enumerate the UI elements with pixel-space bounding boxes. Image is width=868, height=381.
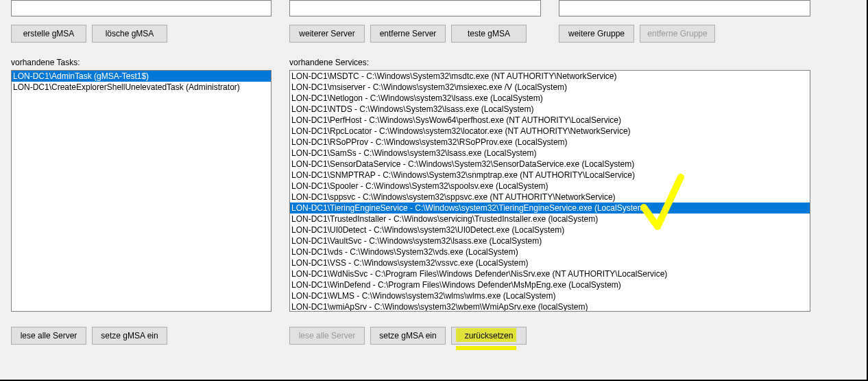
service-item[interactable]: LON-DC1\NTDS - C:\Windows\System32\lsass… — [290, 104, 810, 115]
highlight-reset-underline — [456, 346, 516, 350]
read-all-servers-button-mid: lese alle Server — [289, 327, 365, 345]
service-item[interactable]: LON-DC1\msiserver - C:\Windows\system32\… — [290, 82, 810, 93]
service-item[interactable]: LON-DC1\sppsvc - C:\Windows\system32\spp… — [290, 192, 810, 203]
add-server-button[interactable]: weiterer Server — [289, 25, 365, 43]
reset-button[interactable]: zurücksetzen — [451, 327, 527, 345]
service-item[interactable]: LON-DC1\Spooler - C:\Windows\System32\sp… — [290, 181, 810, 192]
server-combo[interactable] — [289, 0, 541, 16]
service-item[interactable]: LON-DC1\MSDTC - C:\Windows\System32\msdt… — [290, 71, 810, 82]
set-gmsa-button-left[interactable]: setze gMSA ein — [92, 327, 167, 345]
service-item[interactable]: LON-DC1\SNMPTRAP - C:\Windows\System32\s… — [290, 170, 810, 181]
existing-services-label: vorhandene Services: — [289, 58, 810, 67]
services-listbox[interactable]: LON-DC1\MSDTC - C:\Windows\System32\msdt… — [289, 70, 810, 312]
delete-gmsa-button[interactable]: lösche gMSA — [92, 25, 167, 43]
remove-server-button[interactable]: entferne Server — [370, 25, 446, 43]
existing-tasks-label: vorhandene Tasks: — [11, 58, 272, 67]
service-item[interactable]: LON-DC1\WinDefend - C:\Program Files\Win… — [290, 279, 810, 290]
service-item[interactable]: LON-DC1\RSoPProv - C:\Windows\system32\R… — [290, 137, 810, 148]
service-item[interactable]: LON-DC1\vds - C:\Windows\System32\vds.ex… — [290, 246, 810, 257]
service-item[interactable]: LON-DC1\WdNisSvc - C:\Program Files\Wind… — [290, 268, 810, 279]
read-all-servers-button-left[interactable]: lese alle Server — [11, 327, 86, 345]
service-item[interactable]: LON-DC1\SensorDataService - C:\Windows\S… — [290, 159, 810, 170]
service-item[interactable]: LON-DC1\TrustedInstaller - C:\Windows\se… — [290, 213, 810, 224]
tasks-listbox[interactable]: LON-DC1\AdminTask (gMSA-Test1$)LON-DC1\C… — [11, 70, 272, 312]
service-item[interactable]: LON-DC1\VaultSvc - C:\Windows\system32\l… — [290, 235, 810, 246]
service-item[interactable]: LON-DC1\wmiApSrv - C:\Windows\system32\w… — [290, 301, 810, 312]
task-item[interactable]: LON-DC1\AdminTask (gMSA-Test1$) — [12, 71, 271, 82]
set-gmsa-button-mid[interactable]: setze gMSA ein — [370, 327, 446, 345]
service-item[interactable]: LON-DC1\TieringEngineService - C:\Window… — [290, 203, 810, 213]
service-item[interactable]: LON-DC1\WLMS - C:\Windows\system32\wlms\… — [290, 290, 810, 301]
test-gmsa-button[interactable]: teste gMSA — [451, 25, 527, 43]
service-item[interactable]: LON-DC1\UI0Detect - C:\Windows\system32\… — [290, 224, 810, 235]
service-item[interactable]: LON-DC1\RpcLocator - C:\Windows\system32… — [290, 126, 810, 137]
service-item[interactable]: LON-DC1\Netlogon - C:\Windows\system32\l… — [290, 93, 810, 104]
service-item[interactable]: LON-DC1\PerfHost - C:\Windows\SysWow64\p… — [290, 115, 810, 126]
create-gmsa-button[interactable]: erstelle gMSA — [11, 25, 86, 43]
task-item[interactable]: LON-DC1\CreateExplorerShellUnelevatedTas… — [12, 82, 271, 93]
gmsa-combo[interactable] — [11, 0, 272, 16]
remove-group-button: entferne Gruppe — [640, 25, 715, 43]
add-group-button[interactable]: weitere Gruppe — [559, 25, 634, 43]
group-combo[interactable] — [559, 0, 810, 16]
service-item[interactable]: LON-DC1\VSS - C:\Windows\system32\vssvc.… — [290, 257, 810, 268]
service-item[interactable]: LON-DC1\SamSs - C:\Windows\system32\lsas… — [290, 148, 810, 159]
